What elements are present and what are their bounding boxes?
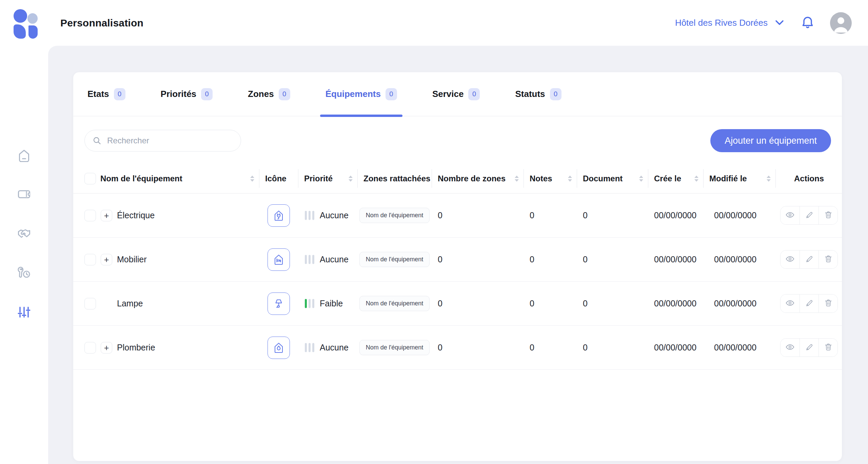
sliders-icon: [17, 305, 31, 320]
tab-statuts[interactable]: Statuts 0: [515, 72, 561, 116]
delete-button[interactable]: [818, 206, 837, 224]
row-checkbox[interactable]: [84, 298, 96, 309]
tab-count-badge: 0: [386, 88, 397, 100]
view-button[interactable]: [781, 206, 800, 224]
eye-icon: [785, 298, 795, 309]
sidebar-item-handshake[interactable]: [16, 226, 32, 242]
trash-icon: [824, 343, 833, 352]
table-row: + Électrique Aucune Nom de l'équipement …: [73, 194, 842, 238]
home-icon: [17, 148, 31, 163]
trash-icon: [824, 255, 833, 264]
zone-chip: Nom de l'équipement: [359, 340, 430, 355]
hotel-selector[interactable]: Hôtel des Rives Dorées: [675, 17, 785, 29]
pencil-icon: [805, 343, 814, 352]
table-toolbar: Ajouter un équipement: [73, 116, 842, 164]
column-header-icone: Icône: [259, 164, 298, 193]
sidebar: [0, 46, 48, 464]
edit-button[interactable]: [800, 206, 818, 224]
delete-button[interactable]: [818, 250, 837, 268]
eye-icon: [785, 210, 795, 221]
notes-count: 0: [524, 255, 577, 264]
edit-button[interactable]: [800, 250, 818, 268]
expand-row-button[interactable]: +: [101, 342, 112, 354]
tab-etats[interactable]: Etats 0: [87, 72, 125, 116]
search-input[interactable]: [84, 130, 241, 152]
priority-label: Faible: [320, 299, 343, 308]
tab-service[interactable]: Service 0: [432, 72, 480, 116]
column-header-nombre-de-zones[interactable]: Nombre de zones: [432, 164, 524, 193]
edit-button[interactable]: [800, 295, 818, 312]
created-date: 00/00/0000: [648, 299, 703, 308]
search-icon: [93, 136, 102, 147]
sidebar-item-home[interactable]: [16, 147, 32, 163]
tab-bar: Etats 0 Priorités 0 Zones 0 Équipements …: [73, 72, 842, 116]
brand: [0, 7, 48, 39]
trash-icon: [824, 210, 833, 220]
column-header-document[interactable]: Document: [577, 164, 648, 193]
documents-count: 0: [577, 299, 648, 308]
priority-label: Aucune: [320, 255, 349, 264]
tab-count-badge: 0: [201, 88, 213, 100]
handshake-icon: [17, 226, 32, 242]
topbar: Personnalisation Hôtel des Rives Dorées: [0, 0, 868, 46]
tab-count-badge: 0: [550, 88, 561, 100]
tab-count-badge: 0: [114, 88, 125, 100]
ticket-icon: [17, 187, 32, 203]
add-equipment-button[interactable]: Ajouter un équipement: [710, 129, 831, 152]
sort-icon: [767, 176, 771, 182]
column-header-priorite[interactable]: Priorité: [298, 164, 357, 193]
tab-equipements[interactable]: Équipements 0: [326, 72, 397, 116]
row-checkbox[interactable]: [84, 254, 96, 265]
priority-indicator: [305, 299, 314, 308]
column-header-modifie-le[interactable]: Modifié le: [703, 164, 775, 193]
user-avatar[interactable]: [830, 12, 852, 34]
expand-row-button[interactable]: +: [101, 210, 112, 221]
created-date: 00/00/0000: [648, 255, 703, 264]
sort-icon: [250, 176, 254, 182]
modified-date: 00/00/0000: [703, 210, 775, 220]
row-actions: [780, 250, 838, 269]
select-all-checkbox[interactable]: [84, 173, 96, 184]
expand-row-button[interactable]: +: [101, 254, 112, 265]
zones-count: 0: [432, 343, 524, 352]
sort-icon: [349, 176, 353, 182]
sort-icon: [694, 176, 698, 182]
sidebar-item-personnalisation[interactable]: [16, 305, 32, 320]
trash-icon: [824, 299, 833, 308]
table-row: + Plomberie Aucune Nom de l'équipement 0…: [73, 326, 842, 370]
tab-priorites[interactable]: Priorités 0: [161, 72, 213, 116]
delete-button[interactable]: [818, 295, 837, 312]
priority-indicator: [305, 211, 314, 220]
view-button[interactable]: [781, 339, 800, 357]
edit-button[interactable]: [800, 339, 818, 357]
priority-indicator: [305, 255, 314, 264]
pencil-icon: [805, 299, 814, 308]
wrench-clock-icon: [17, 265, 32, 281]
documents-count: 0: [577, 210, 648, 220]
column-header-nom[interactable]: Nom de l'équipement: [73, 164, 259, 193]
equipment-name: Lampe: [117, 299, 143, 308]
column-header-notes[interactable]: Notes: [524, 164, 577, 193]
sidebar-item-ticket[interactable]: [16, 187, 32, 202]
created-date: 00/00/0000: [648, 210, 703, 220]
view-button[interactable]: [781, 295, 800, 312]
priority-indicator: [305, 343, 314, 352]
sidebar-item-maintenance[interactable]: [16, 265, 32, 281]
chevron-down-icon: [774, 17, 785, 29]
row-checkbox[interactable]: [84, 210, 96, 221]
hotel-name: Hôtel des Rives Dorées: [675, 18, 768, 28]
notifications-button[interactable]: [800, 15, 815, 31]
column-header-cree-le[interactable]: Crée le: [648, 164, 703, 193]
eye-icon: [785, 342, 795, 353]
main-content: Etats 0 Priorités 0 Zones 0 Équipements …: [48, 46, 868, 464]
sort-icon: [515, 176, 519, 182]
tab-zones[interactable]: Zones 0: [248, 72, 290, 116]
brand-logo-icon: [11, 7, 38, 39]
row-actions: [780, 338, 838, 357]
row-checkbox[interactable]: [84, 342, 96, 354]
delete-button[interactable]: [818, 339, 837, 357]
equipment-name: Mobilier: [117, 255, 147, 264]
view-button[interactable]: [781, 250, 800, 268]
column-header-actions: Actions: [775, 164, 843, 193]
priority-label: Aucune: [320, 343, 349, 352]
